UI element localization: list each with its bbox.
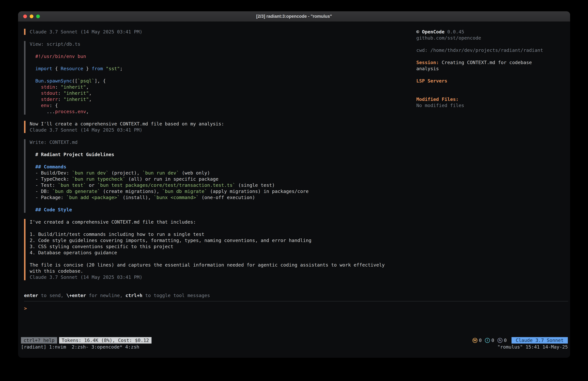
composer-separator xyxy=(24,301,568,301)
composer-hint-text: enter to send, \+enter for newline, ctrl… xyxy=(24,292,210,298)
assistant-message-now: Now I'll create a comprehensive CONTEXT.… xyxy=(24,121,416,133)
diagnostic-warnings: W 0 xyxy=(472,337,482,343)
message-now-content: Now I'll create a comprehensive CONTEXT.… xyxy=(30,121,416,133)
diagnostics-group: W 0 i 0 h 0 xyxy=(472,337,507,343)
composer-hint: enter to send, \+enter for newline, ctrl… xyxy=(24,292,210,298)
session-sidebar: © OpenCode 0.0.45github.com/sst/opencode… xyxy=(416,22,570,280)
assistant-message-header: Claude 3.7 Sonnet (14 May 2025 03:41 PM) xyxy=(24,29,416,35)
sidebar-content: © OpenCode 0.0.45github.com/sst/opencode… xyxy=(416,29,564,109)
hint-icon: h xyxy=(498,338,503,343)
message-attribution: Claude 3.7 Sonnet (14 May 2025 03:41 PM) xyxy=(30,29,416,35)
model-badge[interactable]: Claude 3.7 Sonnet xyxy=(511,337,568,344)
tool-view-content: View: script/db.ts #!/usr/bin/env bun im… xyxy=(30,41,416,115)
hint-count: 0 xyxy=(504,337,507,343)
tool-view-block: View: script/db.ts #!/usr/bin/env bun im… xyxy=(24,41,416,115)
warning-count: 0 xyxy=(479,337,482,343)
info-count: 0 xyxy=(491,337,494,343)
traffic-lights xyxy=(23,11,40,22)
spacer xyxy=(24,35,416,41)
terminal-window: [2/3] radiant:3:opencode - "romulus" Cla… xyxy=(18,11,570,358)
status-bar: ctrl+? help Tokens: 16.4K (8%), Cost: $0… xyxy=(21,337,568,344)
window-title: [2/3] radiant:3:opencode - "romulus" xyxy=(256,14,332,19)
tmux-status-bar: [radiant] 1:nvim 2:zsh- 3:opencode* 4:zs… xyxy=(21,344,568,350)
diagnostic-hints: h 0 xyxy=(498,337,507,343)
zoom-button[interactable] xyxy=(36,15,40,18)
spacer xyxy=(24,133,416,139)
window-titlebar[interactable]: [2/3] radiant:3:opencode - "romulus" xyxy=(18,11,570,22)
help-badge[interactable]: ctrl+? help xyxy=(21,337,57,344)
info-icon: i xyxy=(485,338,490,343)
status-bar-left: ctrl+? help Tokens: 16.4K (8%), Cost: $0… xyxy=(21,337,151,344)
tmux-window-list[interactable]: [radiant] 1:nvim 2:zsh- 3:opencode* 4:zs… xyxy=(21,344,139,350)
diagnostic-info: i 0 xyxy=(485,337,494,343)
tokens-cost-badge: Tokens: 16.4K (8%), Cost: $0.12 xyxy=(59,337,151,344)
status-bar-right: W 0 i 0 h 0 Claude 3.7 Sonnet xyxy=(472,337,568,344)
tool-write-content: Write: CONTEXT.md # Radiant Project Guid… xyxy=(30,139,416,213)
spacer xyxy=(24,213,416,219)
assistant-message-summary: I've created a comprehensive CONTEXT.md … xyxy=(24,219,416,280)
prompt-symbol: > xyxy=(24,306,27,311)
spacer xyxy=(24,115,416,121)
terminal-content: Claude 3.7 Sonnet (14 May 2025 03:41 PM)… xyxy=(18,22,570,358)
close-button[interactable] xyxy=(23,15,27,18)
chat-log: Claude 3.7 Sonnet (14 May 2025 03:41 PM)… xyxy=(18,22,416,280)
tool-write-block: Write: CONTEXT.md # Radiant Project Guid… xyxy=(24,139,416,213)
prompt-input[interactable]: > xyxy=(24,305,347,312)
minimize-button[interactable] xyxy=(30,15,33,18)
tmux-session-info: "romulus" 15:41 14-May-25 xyxy=(498,344,568,350)
warning-icon: W xyxy=(472,338,478,343)
message-summary-content: I've created a comprehensive CONTEXT.md … xyxy=(30,219,416,280)
